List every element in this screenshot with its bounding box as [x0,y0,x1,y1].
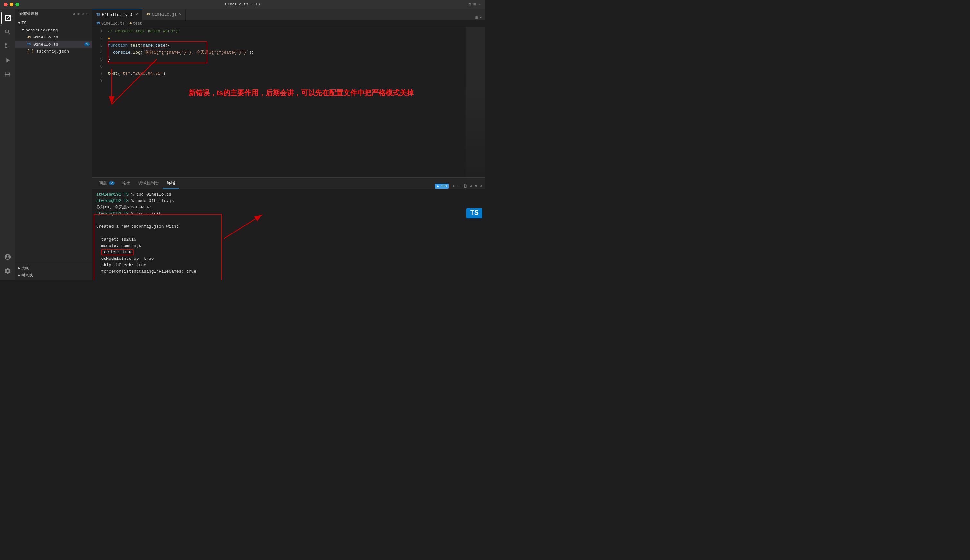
console-kw: console [113,49,130,56]
panel-tab-terminal[interactable]: 终端 [163,178,179,189]
ts-file-icon: TS [27,43,31,46]
breadcrumb: TS 01hello.ts › ⊙ test [92,20,485,27]
code-line-2: ● [108,35,485,42]
add-terminal-icon[interactable]: ＋ [451,183,455,189]
terminal-label: 终端 [167,180,175,186]
minimap [466,27,485,177]
editor: 1 2 3 4 5 6 7 8 // console.log("hello wo… [92,27,485,177]
sidebar-item-tsconfig[interactable]: { } tsconfig.json [15,48,92,55]
content-area: TS 01hello.ts 2 × JS 01hello.js × ⊟ ⋯ TS… [92,9,485,280]
split-icon[interactable]: ⊞ [473,2,476,7]
panel-tabs-left: 问题 2 输出 调试控制台 终端 [95,178,179,189]
panel-tabs: 问题 2 输出 调试控制台 终端 [92,178,485,189]
code-comment: // console.log("hello word"); [108,28,180,35]
brace-open: { [168,42,170,49]
sidebar-item-hello-ts[interactable]: TS 01hello.ts 2 [15,41,92,48]
terminal-line-6: Created a new tsconfig.json with: [96,223,481,230]
chevron-up-icon[interactable]: ∧ [470,183,472,188]
panel-tab-debug[interactable]: 调试控制台 [134,178,163,189]
account-icon[interactable] [1,250,14,263]
run-icon[interactable] [1,54,14,67]
code-line-5: } [108,56,485,63]
breadcrumb-sep1: › [126,22,128,26]
paren-close: ) [165,42,168,49]
titlebar-right-icons: ⊟ ⊞ ⋯ [468,2,481,7]
new-file-icon[interactable]: ⊕ [73,12,76,16]
source-control-icon[interactable] [1,40,14,53]
editor-panel-container: 1 2 3 4 5 6 7 8 // console.log("hello wo… [92,27,485,280]
annotation-text: 新错误，ts的主要作用，后期会讲，可以先在配置文件中把严格模式关掉 [188,88,414,98]
code-line-7: test("ts","2020.04.01") [108,70,485,77]
sidebar-title: 资源管理器 [19,12,38,17]
sidebar-footer-timeline[interactable]: ▶ 时间线 [15,272,92,279]
activity-bar [0,9,15,280]
terminal-line-3: 你好ts, 今天是2020.04.01 [96,204,481,211]
tab-hello-ts-label: 01hello.ts [102,13,127,17]
output-label: 输出 [122,180,130,186]
terminal-line-5 [96,217,481,223]
tab-hello-ts[interactable]: TS 01hello.ts 2 × [92,9,142,20]
sidebar-root[interactable]: ▼ TS [15,20,92,27]
call-close: ) [163,70,165,77]
sidebar-item-hello-js[interactable]: JS 01hello.js [15,34,92,41]
sidebar-footer-timeline-label: 时间线 [22,273,33,278]
extensions-icon[interactable] [1,68,14,81]
terminal-line-14 [96,275,481,280]
code-line-3: function test(name,date){ [108,42,485,49]
layout-icon[interactable]: ⊟ [468,2,471,7]
sidebar-file-label-js: 01hello.js [33,35,58,40]
sidebar: 资源管理器 ⊕ ⊕ ↺ ⋯ ▼ TS ▼ basicLearning JS 01 [15,9,92,280]
tab-ts-icon: TS [96,13,100,17]
breadcrumb-ts-icon: TS [96,22,100,25]
js-file-icon: JS [27,36,31,39]
fn-name: test [130,42,140,49]
tab-close-js[interactable]: × [179,13,181,17]
settings-icon[interactable] [1,265,14,277]
folder-arrow: ▼ [22,28,24,32]
terminal-line-12: skipLibCheck: true [96,262,481,268]
more-tabs-icon[interactable]: ⋯ [480,15,482,20]
sidebar-footer-outline-label: 大纲 [22,265,29,271]
search-icon[interactable] [1,26,14,38]
minimize-button[interactable] [10,3,13,7]
maximize-button[interactable] [15,3,19,7]
terminal-type-badge: ▶ zsh [435,184,448,188]
sidebar-item-basiclearning[interactable]: ▼ basicLearning [15,27,92,34]
panel-tab-problems[interactable]: 问题 2 [95,178,118,189]
close-button[interactable] [4,3,8,7]
new-folder-icon[interactable]: ⊕ [77,12,80,16]
explorer-icon[interactable] [1,12,14,24]
split-terminal-icon[interactable]: ⊟ [458,183,461,188]
sidebar-footer: ▶ 大纲 ▶ 时间线 [15,263,92,280]
main-layout: 资源管理器 ⊕ ⊕ ↺ ⋯ ▼ TS ▼ basicLearning JS 01 [0,9,485,280]
split-editor-icon[interactable]: ⊟ [475,15,478,20]
paren-open: ( [140,42,143,49]
breadcrumb-symbol[interactable]: test [133,22,142,26]
titlebar: 01hello.ts — TS ⊟ ⊞ ⋯ [0,0,485,9]
code-line-1: // console.log("hello word"); [108,28,485,35]
sidebar-footer-outline[interactable]: ▶ 大纲 [15,265,92,272]
refresh-icon[interactable]: ↺ [82,12,84,16]
tab-close-ts[interactable]: × [135,13,138,17]
chevron-down-icon[interactable]: ∨ [475,183,477,188]
sidebar-header-icons: ⊕ ⊕ ↺ ⋯ [73,12,89,16]
sidebar-file-label-json: tsconfig.json [37,49,69,54]
panel-content[interactable]: atwlee@192 TS % tsc 01hello.ts atwlee@19… [92,189,485,280]
menu-icon[interactable]: ⋯ [478,2,481,7]
tab-js-icon: JS [146,13,150,17]
terminal-line-13: forceConsistentCasingInFileNames: true [96,268,481,275]
trash-icon[interactable]: 🗑 [463,184,467,188]
panel-tab-output[interactable]: 输出 [118,178,134,189]
sidebar-file-label-ts: 01hello.ts [33,42,58,47]
paren3: ); [249,49,254,56]
editor-content[interactable]: 1 2 3 4 5 6 7 8 // console.log("hello wo… [92,27,485,177]
tab-hello-js-label: 01hello.js [152,12,177,17]
tab-hello-js[interactable]: JS 01hello.js × [142,9,185,20]
collapse-icon[interactable]: ⋯ [86,12,88,16]
template-str: `你好${"{"}name{"}"}, 今天是${"{"}date{"}"}` [143,49,249,56]
problems-label: 问题 [99,180,107,186]
activity-bottom [1,250,14,280]
breadcrumb-file[interactable]: 01hello.ts [102,22,125,26]
panel-close-icon[interactable]: × [480,184,482,188]
code-line-8 [108,77,485,84]
